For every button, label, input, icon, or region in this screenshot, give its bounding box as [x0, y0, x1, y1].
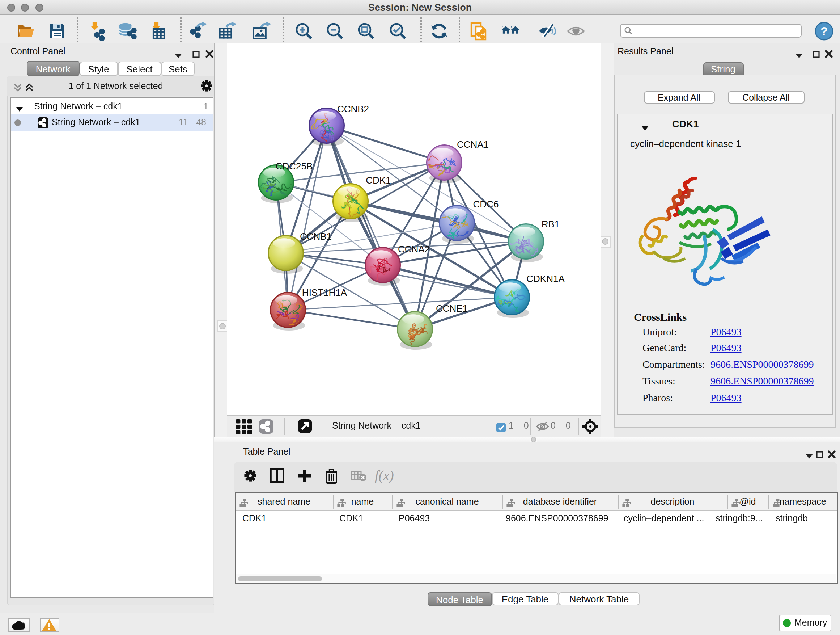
svg-text:CDC25B: CDC25B	[276, 161, 313, 172]
svg-text:CCNA2: CCNA2	[398, 244, 430, 255]
svg-text:CCNA1: CCNA1	[457, 139, 489, 150]
svg-text:CDKN1A: CDKN1A	[526, 273, 565, 284]
svg-text:RB1: RB1	[542, 219, 560, 230]
svg-text:CDK1: CDK1	[366, 175, 391, 186]
svg-text:?: ?	[821, 24, 828, 37]
svg-text:CCNE1: CCNE1	[436, 303, 468, 314]
svg-text:CCNB1: CCNB1	[300, 231, 332, 242]
svg-text:CDC6: CDC6	[473, 199, 499, 210]
svg-text:HIST1H1A: HIST1H1A	[302, 287, 347, 298]
svg-text:CCNB2: CCNB2	[337, 103, 369, 114]
